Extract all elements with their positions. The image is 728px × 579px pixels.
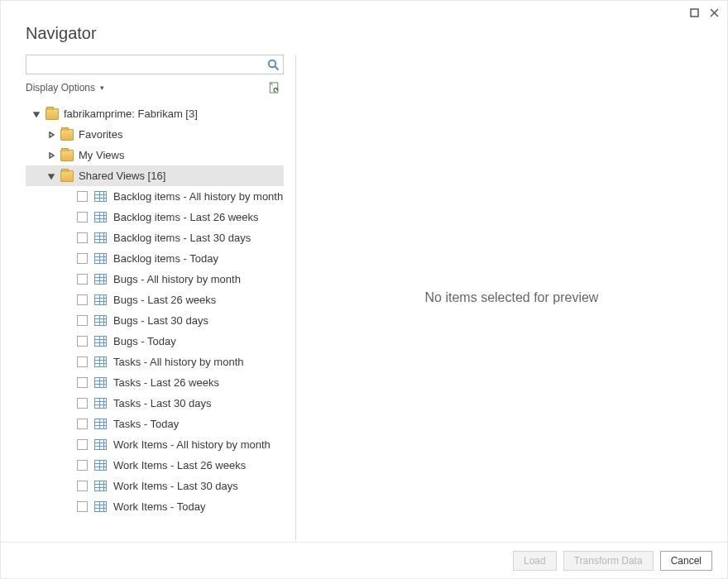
table-icon: [94, 294, 107, 305]
checkbox[interactable]: [77, 398, 88, 409]
tree-item-label: Backlog items - Today: [113, 252, 218, 265]
tree-item-label: Backlog items - Last 26 weeks: [113, 211, 259, 223]
folder-icon: [46, 108, 59, 120]
table-icon: [94, 377, 107, 388]
chevron-right-icon[interactable]: [46, 150, 57, 161]
tree-item[interactable]: Backlog items - Last 30 days: [26, 227, 284, 248]
dialog-footer: Load Transform Data Cancel: [1, 542, 727, 578]
checkbox[interactable]: [77, 212, 88, 223]
search-input-container[interactable]: [26, 55, 284, 74]
tree-item[interactable]: Work Items - Today: [26, 496, 284, 517]
display-options-dropdown[interactable]: Display Options: [26, 82, 104, 93]
table-icon: [94, 481, 107, 491]
close-icon[interactable]: [707, 6, 721, 19]
checkbox[interactable]: [77, 481, 88, 491]
tree-item[interactable]: Backlog items - All history by month: [26, 186, 284, 207]
table-icon: [94, 274, 107, 285]
table-icon: [94, 191, 107, 202]
navigator-tree: fabrikamprime: Fabrikam [3] Favorites My…: [26, 98, 284, 541]
svg-point-3: [269, 60, 275, 66]
tree-item-label: Tasks - Last 26 weeks: [113, 376, 219, 389]
table-icon: [94, 356, 107, 367]
chevron-down-icon[interactable]: [46, 170, 57, 182]
checkbox[interactable]: [77, 460, 88, 471]
tree-item-label: Work Items - All history by month: [113, 438, 271, 451]
folder-icon: [60, 129, 74, 141]
tree-item-label: Bugs - Last 26 weeks: [113, 294, 216, 306]
window-controls: [687, 6, 721, 19]
tree-item-label: Bugs - Today: [113, 335, 176, 347]
folder-icon: [60, 150, 74, 161]
tree-item-label: Backlog items - All history by month: [113, 190, 283, 203]
table-icon: [94, 336, 107, 347]
tree-item-label: Shared Views [16]: [79, 170, 165, 182]
tree-item[interactable]: Bugs - Last 26 weeks: [26, 290, 284, 310]
tree-item[interactable]: Work Items - All history by month: [26, 434, 284, 455]
refresh-icon[interactable]: [268, 81, 280, 93]
table-icon: [94, 315, 107, 326]
tree-item[interactable]: Backlog items - Today: [26, 248, 284, 269]
tree-shared-views[interactable]: Shared Views [16]: [26, 165, 284, 186]
chevron-right-icon[interactable]: [46, 129, 57, 141]
tree-item-label: Work Items - Today: [113, 500, 206, 513]
tree-item-label: Work Items - Last 30 days: [113, 480, 238, 492]
tree-root[interactable]: fabrikamprime: Fabrikam [3]: [26, 103, 284, 124]
tree-item[interactable]: Tasks - Today: [26, 414, 284, 434]
table-icon: [94, 460, 107, 471]
checkbox[interactable]: [77, 253, 88, 264]
search-icon[interactable]: [267, 59, 280, 71]
tree-item[interactable]: Tasks - All history by month: [26, 352, 284, 372]
tree-item[interactable]: Work Items - Last 26 weeks: [26, 455, 284, 476]
checkbox[interactable]: [77, 439, 88, 450]
table-icon: [94, 398, 107, 409]
table-icon: [94, 253, 107, 264]
tree-item[interactable]: Tasks - Last 30 days: [26, 393, 284, 414]
tree-favorites[interactable]: Favorites: [26, 124, 284, 145]
search-input[interactable]: [31, 55, 267, 74]
tree-item[interactable]: Tasks - Last 26 weeks: [26, 372, 284, 393]
checkbox[interactable]: [77, 336, 88, 347]
checkbox[interactable]: [77, 274, 88, 285]
checkbox[interactable]: [77, 419, 88, 429]
checkbox[interactable]: [77, 315, 88, 326]
folder-icon: [60, 170, 74, 182]
checkbox[interactable]: [77, 501, 88, 512]
preview-panel: No items selected for preview: [295, 55, 727, 541]
checkbox[interactable]: [77, 191, 88, 202]
tree-item-label: Tasks - All history by month: [113, 356, 244, 368]
tree-myviews[interactable]: My Views: [26, 145, 284, 165]
cancel-button[interactable]: Cancel: [660, 551, 712, 571]
chevron-down-icon[interactable]: [31, 108, 42, 120]
table-icon: [94, 501, 107, 512]
tree-item-label: Bugs - All history by month: [113, 273, 241, 285]
maximize-icon[interactable]: [687, 6, 701, 19]
checkbox[interactable]: [77, 294, 88, 305]
tree-item-label: Tasks - Today: [113, 418, 179, 430]
preview-empty-message: No items selected for preview: [425, 290, 599, 305]
checkbox[interactable]: [77, 377, 88, 388]
tree-item[interactable]: Bugs - All history by month: [26, 269, 284, 290]
page-title: Navigator: [1, 1, 727, 55]
tree-item[interactable]: Bugs - Last 30 days: [26, 310, 284, 331]
tree-item-label: Tasks - Last 30 days: [113, 397, 212, 409]
tree-item-label: Favorites: [79, 128, 122, 141]
tree-item-label: Backlog items - Last 30 days: [113, 232, 251, 244]
tree-item-label: My Views: [79, 149, 124, 161]
load-button[interactable]: Load: [513, 551, 557, 571]
svg-rect-0: [691, 9, 698, 17]
table-icon: [94, 212, 107, 223]
transform-data-button[interactable]: Transform Data: [563, 551, 654, 571]
tree-item[interactable]: Bugs - Today: [26, 331, 284, 352]
svg-line-4: [275, 66, 279, 69]
tree-item-label: Bugs - Last 30 days: [113, 314, 208, 327]
tree-item-label: Work Items - Last 26 weeks: [113, 459, 246, 471]
tree-root-label: fabrikamprime: Fabrikam [3]: [64, 108, 198, 120]
navigator-panel: Display Options fabrikamprime: Fabrikam …: [26, 55, 284, 541]
table-icon: [94, 232, 107, 243]
checkbox[interactable]: [77, 232, 88, 243]
checkbox[interactable]: [77, 356, 88, 367]
table-icon: [94, 419, 107, 429]
tree-item[interactable]: Work Items - Last 30 days: [26, 476, 284, 496]
tree-item[interactable]: Backlog items - Last 26 weeks: [26, 207, 284, 227]
display-options-label: Display Options: [26, 82, 95, 93]
